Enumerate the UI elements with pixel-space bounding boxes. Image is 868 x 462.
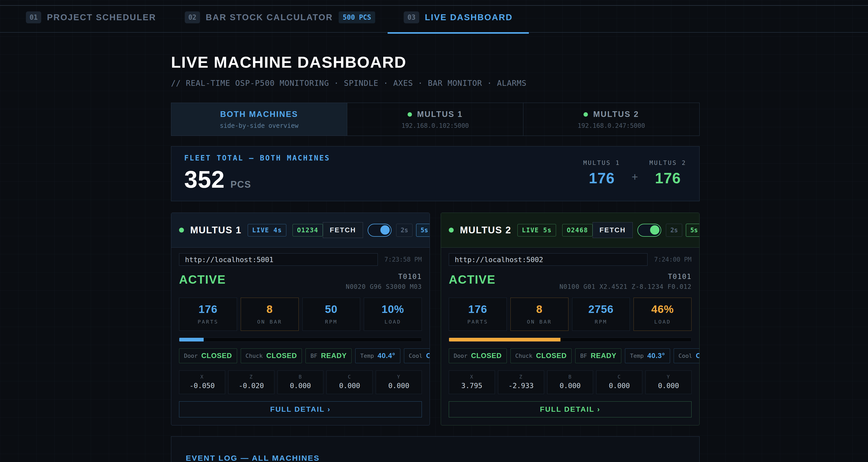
stat-value: 176 [449,303,506,316]
machine-selector-option[interactable]: MULTUS 2 192.168.0.247:5000 [523,103,699,136]
status-chip: Door CLOSED [449,348,507,363]
tab-label: LIVE DASHBOARD [425,12,513,22]
nav-tab[interactable]: 01 PROJECT SCHEDULER [26,11,156,23]
machine-card: MULTUS 2 LIVE 5s O2468 FETCH 2s5s10s 7:2… [441,212,700,426]
stat-boxes: 176 PARTS 8 ON BAR 2756 RPM 46% LOAD [449,298,691,331]
auto-refresh-toggle[interactable] [368,224,392,237]
tab-number: 03 [404,11,419,23]
tab-badge: 500 PCS [339,11,375,23]
axis-box: X -0.050 [179,371,225,394]
axis-value: -0.020 [228,382,274,390]
status-chips: Door CLOSED Chuck CLOSED BF READY Temp 4… [449,348,691,363]
online-dot-icon [584,112,588,117]
stat-box: 176 PARTS [449,298,507,331]
status-chip: BF READY [306,348,351,363]
interval-option[interactable]: 5s [416,224,430,237]
stat-value: 8 [241,303,299,316]
fleet-per-machine: MULTUS 1 176 + MULTUS 2 176 [583,160,686,187]
interval-option[interactable]: 2s [666,224,682,237]
nav-tab[interactable]: 02 BAR STOCK CALCULATOR 500 PCS [185,11,375,23]
tab-label: PROJECT SCHEDULER [47,12,156,22]
live-badge: LIVE 5s [518,224,556,236]
chip-label: Temp [630,353,644,359]
fetch-button[interactable]: FETCH [323,222,363,238]
machine-url-input[interactable] [179,253,378,266]
axis-label: Z [498,374,544,380]
status-chip: Temp 40.3° [625,348,670,363]
axis-label: X [179,374,225,380]
axis-label: B [278,374,323,380]
plus-icon: + [632,171,638,183]
program-badge: O2468 [562,224,592,236]
full-detail-button[interactable]: FULL DETAIL › [449,401,691,417]
machine-name: MULTUS 2 [460,225,511,236]
stat-value: 8 [511,303,568,316]
stat-value: 46% [634,303,691,316]
machine-status: ACTIVE [179,272,226,287]
toggle-knob-icon [380,225,390,235]
stat-label: RPM [303,319,360,325]
tab-number: 02 [185,11,200,23]
stat-box: 8 ON BAR [510,298,568,331]
machine-card: MULTUS 1 LIVE 4s O1234 FETCH 2s5s10s 7:2… [171,212,430,426]
axis-box: Z -0.020 [228,371,274,394]
stat-box: 8 ON BAR [241,298,299,331]
machine-cards: MULTUS 1 LIVE 4s O1234 FETCH 2s5s10s 7:2… [171,212,700,426]
stat-box: 46% LOAD [633,298,691,331]
chip-value: CLOSED [266,352,297,360]
chip-label: BF [580,353,587,359]
auto-refresh-toggle[interactable] [638,224,661,237]
program-block: N0020 G96 S3000 M03 [346,283,422,290]
chip-label: Cool [679,353,692,359]
interval-option[interactable]: 2s [396,224,412,237]
full-detail-button[interactable]: FULL DETAIL › [179,401,422,417]
chip-value: CLOSED [536,352,567,360]
fleet-left: FLEET TOTAL — BOTH MACHINES 352 PCS [184,154,330,193]
toggle-knob-icon [650,225,659,235]
machine-selector-option[interactable]: MULTUS 1 192.168.0.102:5000 [347,103,523,136]
machine-card-header: MULTUS 2 LIVE 5s O2468 FETCH 2s5s10s [441,213,699,248]
status-chips: Door CLOSED Chuck CLOSED BF READY Temp 4… [179,348,422,363]
page-title: LIVE MACHINE DASHBOARD [171,53,700,71]
axis-value: -2.933 [498,382,544,390]
chip-label: Door [454,353,467,359]
stat-value: 50 [303,303,360,316]
machine-status: ACTIVE [449,272,496,287]
chip-value: READY [321,352,347,360]
machine-url-input[interactable] [449,253,648,266]
chip-label: BF [310,353,317,359]
stat-label: RPM [572,319,630,325]
interval-options: 2s5s10s [666,224,700,237]
tab-label: BAR STOCK CALCULATOR [206,12,333,22]
interval-option[interactable]: 5s [686,224,700,237]
status-chip: Cool ON [404,348,430,363]
tool-number: T0101 [559,272,691,281]
last-fetch-time: 7:23:58 PM [384,256,422,263]
nav-tab[interactable]: 03 LIVE DASHBOARD [404,11,513,23]
online-dot-icon [408,112,412,117]
chip-value: CLOSED [201,352,232,360]
chip-label: Chuck [515,353,532,359]
fleet-total-panel: FLEET TOTAL — BOTH MACHINES 352 PCS MULT… [171,146,700,201]
selector-option-sub: 192.168.0.247:5000 [523,122,699,129]
machine-selector-option[interactable]: BOTH MACHINES side-by-side overview [171,103,347,136]
axis-value: 0.000 [596,382,642,390]
status-chip: Temp 40.4° [355,348,400,363]
axis-value: 0.000 [548,382,593,390]
axis-box: Y 0.000 [645,371,691,394]
selector-option-label: MULTUS 1 [417,110,463,119]
axis-value: 0.000 [646,382,691,390]
axis-box: Y 0.000 [376,371,422,394]
fleet-machine-value: 176 [649,169,686,187]
stat-box: 2756 RPM [572,298,630,331]
fleet-machine-value: 176 [583,169,620,187]
chip-value: CLOSED [471,352,502,360]
chip-label: Cool [409,353,423,359]
load-progress-fill [449,338,560,342]
stat-label: PARTS [179,319,237,325]
program-badge: O1234 [292,224,322,236]
load-progress-bar [179,338,422,342]
stat-label: ON BAR [511,319,568,325]
status-chip: Door CLOSED [179,348,237,363]
fetch-button[interactable]: FETCH [593,222,633,238]
